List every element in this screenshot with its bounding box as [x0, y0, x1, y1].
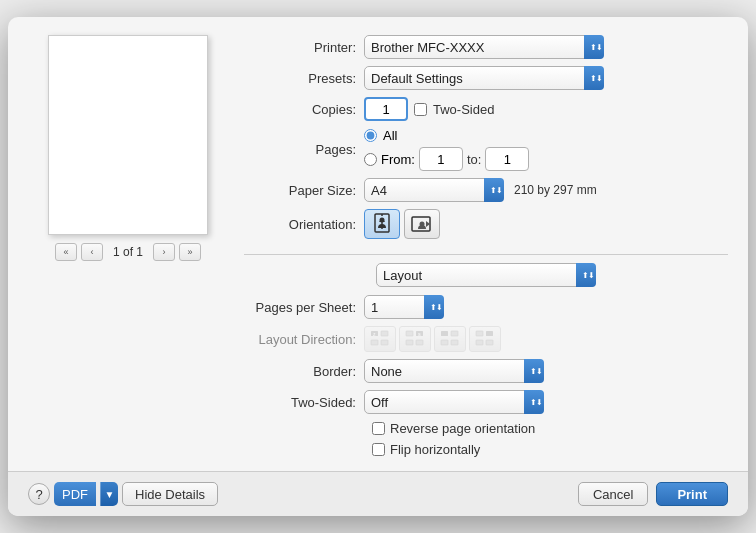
- page-preview: [48, 35, 208, 235]
- copies-row: Copies: 1 Two-Sided: [244, 97, 728, 121]
- next-page-button[interactable]: ›: [153, 243, 175, 261]
- pps-select-wrapper: 1 2 4 6 9 16: [364, 295, 444, 319]
- paper-size-row: Paper Size: A4 Letter Legal 210 by 297 m…: [244, 178, 728, 202]
- presets-select-wrapper: Default Settings: [364, 66, 604, 90]
- preview-nav: « ‹ 1 of 1 › »: [55, 243, 201, 261]
- orientation-label: Orientation:: [244, 217, 364, 232]
- presets-select[interactable]: Default Settings: [364, 66, 604, 90]
- svg-rect-18: [441, 331, 448, 336]
- svg-rect-23: [486, 340, 493, 345]
- border-label: Border:: [244, 364, 364, 379]
- preview-panel: « ‹ 1 of 1 › »: [28, 35, 228, 461]
- dir-tb-lr-icon: [440, 330, 460, 348]
- layout-dir-row: Layout Direction: Z: [244, 326, 728, 352]
- svg-rect-14: [406, 331, 413, 336]
- pages-all-label: All: [383, 128, 397, 143]
- border-row: Border: None Single Hair Line Single Thi…: [244, 359, 728, 383]
- presets-row: Presets: Default Settings: [244, 66, 728, 90]
- prev-page-button[interactable]: ‹: [81, 243, 103, 261]
- presets-label: Presets:: [244, 71, 364, 86]
- pages-from-input[interactable]: [419, 147, 463, 171]
- svg-rect-19: [441, 340, 448, 345]
- pps-label: Pages per Sheet:: [244, 300, 364, 315]
- flip-horizontal-checkbox[interactable]: [372, 443, 385, 456]
- flip-horizontal-label: Flip horizontally: [390, 442, 480, 457]
- reverse-page-row: Reverse page orientation: [372, 421, 728, 436]
- border-select-wrapper: None Single Hair Line Single Thin Line D…: [364, 359, 544, 383]
- hide-details-button[interactable]: Hide Details: [122, 482, 218, 506]
- section-select[interactable]: Layout Color Matching Paper Handling Cov…: [376, 263, 596, 287]
- two-sided-checkbox[interactable]: [414, 103, 427, 116]
- pdf-button[interactable]: PDF: [54, 482, 96, 506]
- paper-size-label: Paper Size:: [244, 183, 364, 198]
- pages-all-radio[interactable]: [364, 129, 377, 142]
- footer-left: ? PDF ▼ Hide Details: [28, 482, 218, 506]
- svg-rect-10: [371, 340, 378, 345]
- svg-point-4: [380, 218, 385, 223]
- last-page-button[interactable]: »: [179, 243, 201, 261]
- landscape-icon: [411, 214, 433, 234]
- orientation-row: Orientation:: [244, 209, 728, 239]
- checkboxes-area: Reverse page orientation Flip horizontal…: [372, 421, 728, 461]
- two-sided2-select-wrapper: Off Long-Edge Binding Short-Edge Binding: [364, 390, 544, 414]
- help-button[interactable]: ?: [28, 483, 50, 505]
- section-row: Layout Color Matching Paper Handling Cov…: [244, 263, 728, 287]
- pps-row: Pages per Sheet: 1 2 4 6 9 16: [244, 295, 728, 319]
- svg-rect-24: [476, 331, 483, 336]
- printer-select-wrapper: Brother MFC-XXXX: [364, 35, 604, 59]
- print-button[interactable]: Print: [656, 482, 728, 506]
- footer-right: Cancel Print: [578, 482, 728, 506]
- pages-to-input[interactable]: [485, 147, 529, 171]
- copies-input[interactable]: 1: [364, 97, 408, 121]
- pdf-arrow-button[interactable]: ▼: [100, 482, 118, 506]
- dir-ltr-tb-icon: Z: [370, 330, 390, 348]
- dialog-footer: ? PDF ▼ Hide Details Cancel Print: [8, 471, 748, 516]
- two-sided2-label: Two-Sided:: [244, 395, 364, 410]
- paper-size-select[interactable]: A4 Letter Legal: [364, 178, 504, 202]
- dir-icon-1[interactable]: Z: [364, 326, 396, 352]
- chevron-down-icon: ▼: [105, 489, 115, 500]
- pages-from-radio[interactable]: [364, 153, 377, 166]
- form-panel: Printer: Brother MFC-XXXX Presets: Defau…: [244, 35, 728, 461]
- pages-label: Pages:: [244, 142, 364, 157]
- svg-rect-9: [381, 331, 388, 336]
- svg-text:S: S: [418, 332, 421, 337]
- dir-icon-3[interactable]: [434, 326, 466, 352]
- dir-icon-2[interactable]: S: [399, 326, 431, 352]
- dir-icon-4[interactable]: [469, 326, 501, 352]
- reverse-page-checkbox[interactable]: [372, 422, 385, 435]
- landscape-button[interactable]: [404, 209, 440, 239]
- pages-from-label: From:: [381, 152, 415, 167]
- layout-dir-label: Layout Direction:: [244, 332, 364, 347]
- portrait-button[interactable]: [364, 209, 400, 239]
- paper-size-info: 210 by 297 mm: [514, 183, 597, 197]
- portrait-icon: [372, 213, 392, 235]
- pps-select[interactable]: 1 2 4 6 9 16: [364, 295, 444, 319]
- two-sided2-select[interactable]: Off Long-Edge Binding Short-Edge Binding: [364, 390, 544, 414]
- printer-select[interactable]: Brother MFC-XXXX: [364, 35, 604, 59]
- svg-rect-15: [416, 340, 423, 345]
- first-page-button[interactable]: «: [55, 243, 77, 261]
- print-dialog: « ‹ 1 of 1 › » Printer: Brother MFC-XXXX: [8, 17, 748, 516]
- cancel-button[interactable]: Cancel: [578, 482, 648, 506]
- svg-rect-21: [451, 340, 458, 345]
- pages-row: Pages: All From: to:: [244, 128, 728, 171]
- two-sided-label: Two-Sided: [433, 102, 494, 117]
- dir-rtl-tb-icon: S: [405, 330, 425, 348]
- paper-size-select-wrapper: A4 Letter Legal: [364, 178, 504, 202]
- printer-row: Printer: Brother MFC-XXXX: [244, 35, 728, 59]
- two-sided2-row: Two-Sided: Off Long-Edge Binding Short-E…: [244, 390, 728, 414]
- page-info: 1 of 1: [113, 245, 143, 259]
- border-select[interactable]: None Single Hair Line Single Thin Line D…: [364, 359, 544, 383]
- svg-rect-25: [476, 340, 483, 345]
- svg-rect-22: [486, 331, 493, 336]
- direction-icons: Z S: [364, 326, 501, 352]
- svg-rect-20: [451, 331, 458, 336]
- svg-rect-16: [406, 340, 413, 345]
- reverse-page-label: Reverse page orientation: [390, 421, 535, 436]
- flip-horizontal-row: Flip horizontally: [372, 442, 728, 457]
- dir-tb-rl-icon: [475, 330, 495, 348]
- svg-rect-11: [381, 340, 388, 345]
- pages-to-label: to:: [467, 152, 481, 167]
- section-select-wrapper: Layout Color Matching Paper Handling Cov…: [376, 263, 596, 287]
